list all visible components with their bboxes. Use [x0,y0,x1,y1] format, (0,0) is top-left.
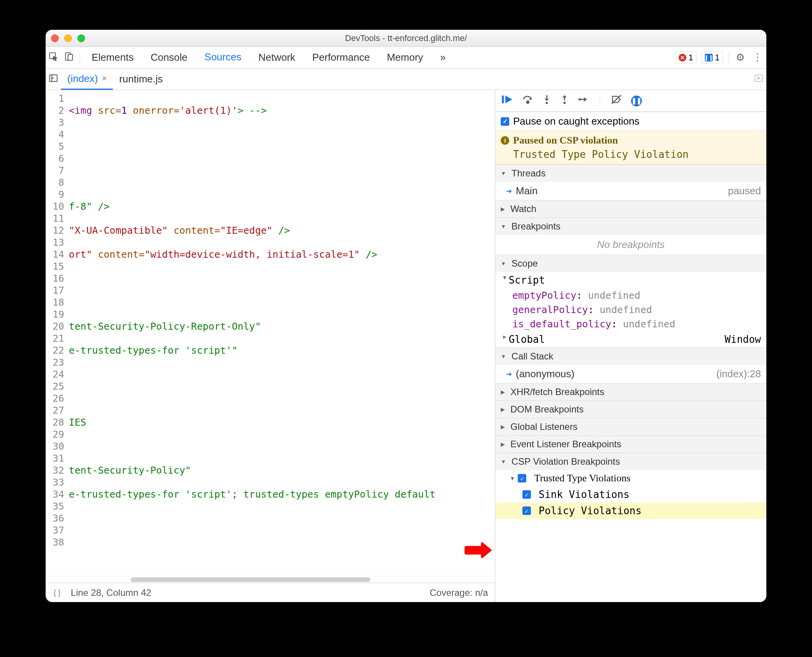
tab-elements[interactable]: Elements [92,46,133,69]
file-tab-runtime[interactable]: runtime.js [113,68,169,90]
section-watch[interactable]: Watch [495,200,766,217]
tab-network[interactable]: Network [258,46,295,69]
section-csp-bp[interactable]: CSP Violation Breakpoints [495,453,766,470]
line-gutter[interactable]: 1234567891011121314151617181920212223242… [46,90,67,576]
step-over-icon[interactable] [522,94,533,107]
checkbox-checked-icon[interactable]: ✓ [522,490,531,499]
cursor-position: Line 28, Column 42 [71,587,151,598]
section-xhr-bp[interactable]: XHR/fetch Breakpoints [495,383,766,400]
scope-prop[interactable]: is_default_policy: undefined [495,317,766,331]
sources-tabs: (index) × runtime.js [46,68,766,90]
step-icon[interactable] [578,94,589,107]
red-arrow-annotation: ➡ [464,534,491,565]
pause-on-caught-row[interactable]: ✓ Pause on caught exceptions [495,112,766,130]
editor-pane: 1234567891011121314151617181920212223242… [46,90,495,602]
call-frame-anon[interactable]: ➔ (anonymous) (index):28 [495,365,766,383]
checkbox-checked-icon[interactable]: ✓ [501,117,509,126]
info-icon: i [501,136,509,145]
svg-point-8 [563,102,566,104]
main-toolbar: Elements Console Sources Network Perform… [46,47,766,68]
scope-script[interactable]: ▼Script [495,272,766,288]
error-count-pill[interactable]: ✕ 1 [675,51,697,64]
file-tab-index[interactable]: (index) × [61,68,113,90]
inspect-icon[interactable] [46,51,61,64]
csp-trusted-type-violations[interactable]: ▼ ✓ Trusted Type Violations [495,470,766,486]
section-threads[interactable]: Threads [495,164,766,182]
current-pointer-icon: ➔ [506,370,512,378]
svg-point-6 [527,101,529,103]
paused-banner: iPaused on CSP violation Trusted Type Po… [495,130,766,164]
tab-console[interactable]: Console [150,46,187,69]
section-scope[interactable]: Scope [495,255,766,272]
debugger-toolbar: ❚❚ [495,90,766,112]
titlebar: DevTools - tt-enforced.glitch.me/ [46,30,766,47]
navigator-toggle-icon[interactable] [46,73,61,86]
svg-point-9 [578,98,581,101]
format-icon[interactable]: {} [53,587,61,598]
svg-rect-5 [502,96,504,103]
tab-overflow[interactable]: » [440,46,445,69]
more-icon[interactable]: ⋮ [752,51,763,63]
section-event-listener-bp[interactable]: Event Listener Breakpoints [495,435,766,453]
section-dom-bp[interactable]: DOM Breakpoints [495,400,766,418]
tab-memory[interactable]: Memory [387,46,423,69]
section-breakpoints[interactable]: Breakpoints [495,217,766,235]
csp-sink-violations[interactable]: ✓ Sink Violations [495,486,766,503]
debugger-sidebar: ❚❚ ✓ Pause on caught exceptions iPaused … [495,90,766,602]
pause-on-exceptions-icon[interactable]: ❚❚ [631,96,642,106]
resume-icon[interactable] [502,94,513,107]
window-title: DevTools - tt-enforced.glitch.me/ [46,33,766,43]
error-icon: ✕ [679,54,686,62]
settings-icon[interactable]: ⚙ [736,51,745,63]
devtools-window: DevTools - tt-enforced.glitch.me/ Elemen… [46,30,766,602]
deactivate-breakpoints-icon[interactable] [611,94,622,107]
csp-policy-violations[interactable]: ✓ Policy Violations [495,503,766,519]
step-out-icon[interactable] [560,94,569,107]
section-call-stack[interactable]: Call Stack [495,347,766,365]
run-snippet-icon[interactable] [751,73,766,86]
message-icon: ❙❙ [705,54,713,62]
coverage-status: Coverage: n/a [430,587,488,598]
scope-global[interactable]: ▶GlobalWindow [495,331,766,347]
svg-rect-2 [68,54,73,60]
editor-statusbar: {} Line 28, Column 42 Coverage: n/a [46,583,495,602]
step-into-icon[interactable] [542,94,551,107]
device-toggle-icon[interactable] [61,51,77,64]
messages-count-pill[interactable]: ❙❙ 1 [701,51,723,64]
code-editor[interactable]: <img src=1 onerror='alert(1)'> --> f-8" … [67,90,495,576]
current-pointer-icon: ➔ [506,187,512,195]
checkbox-checked-icon[interactable]: ✓ [522,506,531,515]
close-tab-icon[interactable]: × [102,74,107,84]
svg-point-7 [546,102,548,104]
scope-prop[interactable]: emptyPolicy: undefined [495,288,766,303]
scope-prop[interactable]: generalPolicy: undefined [495,303,766,317]
checkbox-checked-icon[interactable]: ✓ [518,474,526,482]
horizontal-scrollbar[interactable] [46,576,495,583]
tab-performance[interactable]: Performance [312,46,370,69]
no-breakpoints-text: No breakpoints [495,235,766,255]
thread-main[interactable]: ➔ Main paused [495,182,766,200]
section-global-listeners[interactable]: Global Listeners [495,418,766,435]
tab-sources[interactable]: Sources [205,46,241,70]
